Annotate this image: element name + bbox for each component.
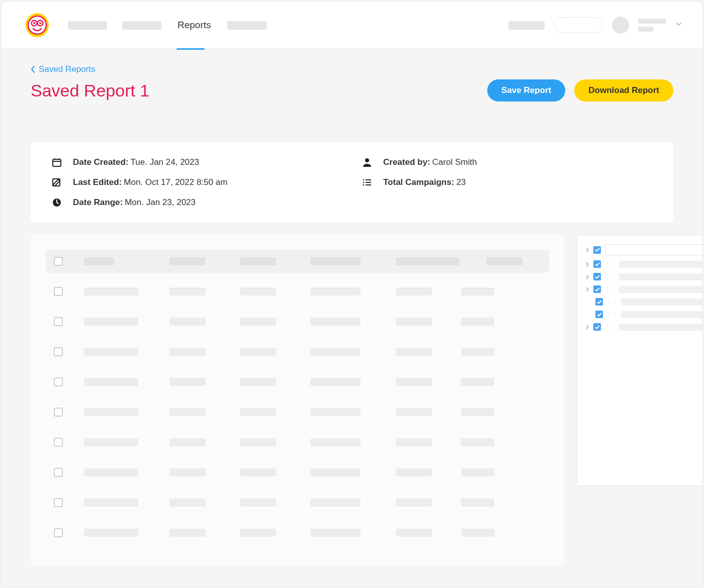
svg-point-10 <box>365 158 369 162</box>
drag-handle-icon[interactable]: ⋮⋮ <box>605 286 615 292</box>
filter-tree-item[interactable]: ⋮⋮ <box>595 298 703 306</box>
row-checkbox[interactable] <box>54 317 63 326</box>
table-row <box>46 310 550 333</box>
filter-panel: ⋮⋮ ⋮⋮ ⋮⋮ <box>577 235 703 486</box>
info-label: Created by: <box>383 157 430 167</box>
filter-item-placeholder <box>619 324 703 331</box>
filter-checkbox[interactable] <box>593 260 601 268</box>
column-header-placeholder[interactable] <box>396 257 459 265</box>
info-date-created: Date Created:Tue. Jan 24, 2023 <box>52 157 342 167</box>
column-header-placeholder[interactable] <box>486 257 522 265</box>
cell-placeholder <box>310 408 361 416</box>
cell-placeholder <box>169 499 206 507</box>
cell-placeholder <box>240 408 276 416</box>
row-checkbox[interactable] <box>54 287 63 296</box>
cell-placeholder <box>310 318 361 326</box>
row-checkbox[interactable] <box>54 377 63 386</box>
info-value: 23 <box>456 177 466 187</box>
drag-handle-icon[interactable]: ⋮⋮ <box>607 311 617 318</box>
chevron-right-icon <box>585 324 589 330</box>
nav-item-placeholder[interactable] <box>68 21 107 30</box>
cell-placeholder <box>396 348 432 356</box>
cell-placeholder <box>396 378 432 386</box>
row-checkbox[interactable] <box>54 528 63 537</box>
filter-checkbox[interactable] <box>593 323 601 331</box>
cell-placeholder <box>310 287 361 296</box>
cell-placeholder <box>461 408 494 416</box>
filter-checkbox[interactable] <box>593 285 601 293</box>
filter-checkbox[interactable] <box>593 273 601 280</box>
cell-placeholder <box>461 378 494 386</box>
user-menu[interactable] <box>638 19 666 32</box>
chevron-down-icon[interactable] <box>675 21 682 30</box>
clock-icon <box>52 198 62 208</box>
cell-placeholder <box>396 468 432 476</box>
svg-point-15 <box>363 179 365 181</box>
chevron-right-icon[interactable] <box>585 247 589 253</box>
filter-checkbox[interactable] <box>595 298 603 306</box>
row-checkbox[interactable] <box>54 347 63 356</box>
cell-placeholder <box>461 438 494 446</box>
cell-placeholder <box>240 529 276 537</box>
row-checkbox[interactable] <box>54 498 63 507</box>
drag-handle-icon[interactable]: ⋮⋮ <box>605 273 615 280</box>
drag-handle-icon[interactable]: ⋮⋮ <box>607 299 617 305</box>
filter-tree-item[interactable]: ⋮⋮ <box>585 273 703 280</box>
filter-checkbox[interactable] <box>593 246 601 254</box>
info-value: Tue. Jan 24, 2023 <box>131 157 199 167</box>
cell-placeholder <box>84 468 138 476</box>
row-checkbox[interactable] <box>54 438 63 447</box>
cell-placeholder <box>169 468 206 476</box>
back-link-saved-reports[interactable]: Saved Reports <box>31 64 95 74</box>
person-icon <box>362 157 372 167</box>
nav-item-placeholder[interactable] <box>122 21 161 30</box>
save-report-button[interactable]: Save Report <box>487 79 565 102</box>
nav-item-reports[interactable]: Reports <box>177 2 212 49</box>
download-report-button[interactable]: Download Report <box>574 79 673 102</box>
filter-tree-item[interactable]: ⋮⋮ <box>585 285 703 293</box>
avatar[interactable] <box>612 17 629 34</box>
chevron-right-icon <box>585 274 589 280</box>
column-header-placeholder[interactable] <box>84 257 114 265</box>
table-row <box>46 521 550 544</box>
cell-placeholder <box>240 318 276 326</box>
column-header-placeholder[interactable] <box>169 257 206 265</box>
cell-placeholder <box>84 438 138 446</box>
filter-item-placeholder <box>619 286 703 293</box>
info-total-campaigns: Total Campaigns:23 <box>362 177 652 187</box>
cell-placeholder <box>84 378 138 386</box>
row-checkbox[interactable] <box>54 468 63 477</box>
drag-handle-icon[interactable]: ⋮⋮ <box>605 261 615 267</box>
cell-placeholder <box>169 378 206 386</box>
filter-tree-item[interactable]: ⋮⋮ <box>585 323 703 331</box>
page-title: Saved Report 1 <box>31 81 149 101</box>
table-row <box>46 491 550 514</box>
cell-placeholder <box>84 529 138 537</box>
app-header: Reports <box>2 2 702 49</box>
filter-item-placeholder <box>621 299 703 306</box>
column-header-placeholder[interactable] <box>240 257 276 265</box>
filter-search-input[interactable] <box>605 244 703 255</box>
cell-placeholder <box>169 438 206 446</box>
cell-placeholder <box>310 348 361 356</box>
nav-item-placeholder[interactable] <box>227 21 267 30</box>
info-value: Mon. Oct 17, 2022 8:50 am <box>124 177 227 187</box>
header-pill-control[interactable] <box>554 17 603 33</box>
info-date-range: Date Range:Mon. Jan 23, 2023 <box>52 198 342 208</box>
row-checkbox[interactable] <box>54 408 63 417</box>
info-label: Date Created: <box>73 157 129 167</box>
filter-item-placeholder <box>619 273 703 280</box>
edit-icon <box>52 177 62 187</box>
cell-placeholder <box>84 318 138 326</box>
top-nav: Reports <box>68 2 267 49</box>
drag-handle-icon[interactable]: ⋮⋮ <box>605 324 615 330</box>
filter-tree-item[interactable]: ⋮⋮ <box>585 260 703 268</box>
filter-tree-item[interactable]: ⋮⋮ <box>595 311 703 318</box>
column-header-placeholder[interactable] <box>310 257 361 265</box>
table-row <box>46 280 550 303</box>
table-header-row <box>46 250 550 273</box>
filter-checkbox[interactable] <box>595 311 603 318</box>
select-all-checkbox[interactable] <box>54 257 63 266</box>
cell-placeholder <box>461 499 494 507</box>
table-row <box>46 401 550 424</box>
